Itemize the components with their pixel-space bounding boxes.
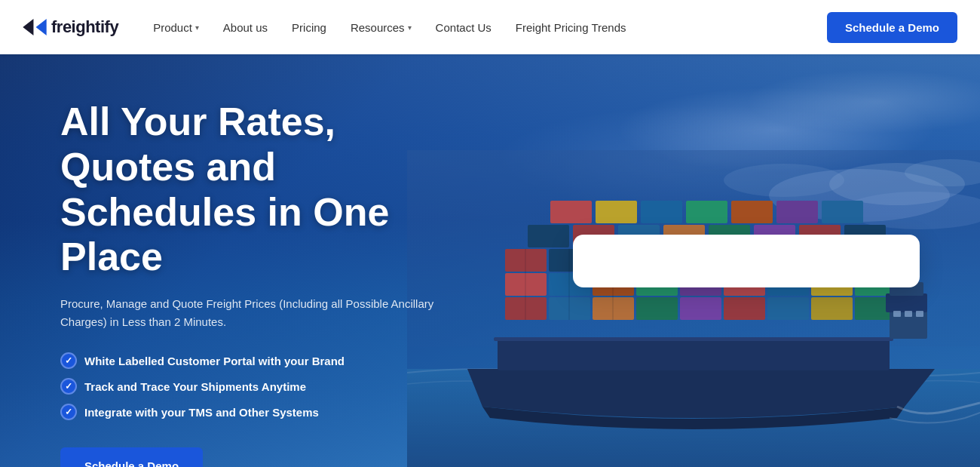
- hero-title: All Your Rates, Quotes and Schedules in …: [60, 100, 475, 280]
- hero-features: ✓ White Labelled Customer Portal with yo…: [60, 352, 475, 420]
- check-icon-3: ✓: [60, 404, 77, 420]
- feature-label-2: Track and Trace Your Shipments Anytime: [84, 380, 306, 393]
- feature-3: ✓ Integrate with your TMS and Other Syst…: [60, 404, 475, 420]
- check-icon-2: ✓: [60, 378, 77, 395]
- hero-content: All Your Rates, Quotes and Schedules in …: [0, 54, 513, 467]
- chevron-down-icon: ▾: [195, 23, 199, 32]
- nav-links: Product ▾ About us Pricing Resources ▾ C…: [141, 0, 827, 54]
- nav-schedule-demo-button[interactable]: Schedule a Demo: [827, 12, 957, 43]
- nav-item-about[interactable]: About us: [211, 0, 280, 54]
- svg-marker-0: [23, 19, 33, 35]
- hero-search-card[interactable]: [573, 235, 920, 287]
- hero-section: All Your Rates, Quotes and Schedules in …: [0, 54, 980, 467]
- nav-label-contact: Contact Us: [436, 21, 492, 34]
- logo[interactable]: freightify: [23, 17, 118, 37]
- chevron-down-icon-resources: ▾: [408, 23, 412, 32]
- nav-item-contact[interactable]: Contact Us: [424, 0, 504, 54]
- nav-label-product: Product: [153, 21, 192, 34]
- logo-icon: [23, 19, 47, 35]
- feature-2: ✓ Track and Trace Your Shipments Anytime: [60, 378, 475, 395]
- feature-1: ✓ White Labelled Customer Portal with yo…: [60, 352, 475, 369]
- nav-label-resources: Resources: [351, 21, 405, 34]
- nav-item-resources[interactable]: Resources ▾: [338, 0, 424, 54]
- nav-item-freight[interactable]: Freight Pricing Trends: [504, 0, 639, 54]
- nav-label-about: About us: [223, 21, 268, 34]
- hero-subtitle: Procure, Manage and Quote Freight Prices…: [60, 295, 452, 331]
- check-icon-1: ✓: [60, 352, 77, 369]
- svg-marker-1: [36, 19, 47, 35]
- feature-label-1: White Labelled Customer Portal with your…: [84, 355, 345, 367]
- navbar: freightify Product ▾ About us Pricing Re…: [0, 0, 980, 54]
- hero-schedule-demo-button[interactable]: Schedule a Demo: [60, 447, 203, 467]
- nav-label-pricing: Pricing: [292, 21, 326, 34]
- nav-item-product[interactable]: Product ▾: [141, 0, 211, 54]
- feature-label-3: Integrate with your TMS and Other System…: [84, 406, 319, 419]
- logo-text: freightify: [51, 17, 118, 37]
- nav-item-pricing[interactable]: Pricing: [280, 0, 338, 54]
- nav-label-freight: Freight Pricing Trends: [516, 21, 626, 34]
